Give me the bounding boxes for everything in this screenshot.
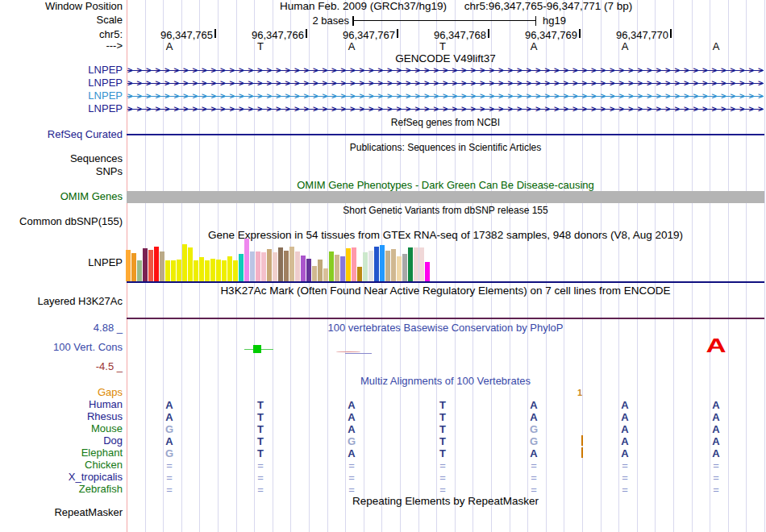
gtex-expression-bar[interactable] xyxy=(250,251,255,281)
gtex-expression-bar[interactable] xyxy=(199,257,204,281)
track-label-4-88-[interactable]: 4.88 _ xyxy=(0,322,123,334)
track-label-elephant[interactable]: Elephant xyxy=(0,447,123,459)
track-title[interactable]: Repeating Elements by RepeatMasker xyxy=(127,496,764,507)
gtex-expression-bar[interactable] xyxy=(306,259,311,281)
gtex-expression-bar[interactable] xyxy=(278,247,283,281)
gtex-expression-bar[interactable] xyxy=(160,251,164,281)
gene-track-lnpep[interactable]: >>>>>>>>>>>>>>>>>>>>>>>>>>>>>>>>>>>>>>>>… xyxy=(127,91,764,101)
track-label-rhesus[interactable]: Rhesus xyxy=(0,411,123,422)
track-label-lnpep[interactable]: LNPEP xyxy=(0,257,123,268)
track-title[interactable]: Multiz Alignments of 100 Vertebrates xyxy=(127,376,764,387)
track-label-common-dbsnp-155-[interactable]: Common dbSNP(155) xyxy=(0,216,123,227)
gtex-expression-bar[interactable] xyxy=(273,252,277,281)
gtex-expression-bar[interactable] xyxy=(346,248,351,281)
track-label-lnpep[interactable]: LNPEP xyxy=(0,77,123,89)
gene-track-lnpep[interactable]: >>>>>>>>>>>>>>>>>>>>>>>>>>>>>>>>>>>>>>>>… xyxy=(127,104,764,114)
gtex-expression-bar[interactable] xyxy=(261,252,266,281)
track-label-refseq-curated[interactable]: RefSeq Curated xyxy=(0,129,123,140)
gtex-expression-bar[interactable] xyxy=(210,259,215,281)
gtex-expression-bar[interactable] xyxy=(391,249,396,281)
track-label-lnpep[interactable]: LNPEP xyxy=(0,64,123,76)
gtex-expression-bar[interactable] xyxy=(352,247,356,281)
gtex-expression-bar[interactable] xyxy=(312,266,317,281)
gtex-expression-bar[interactable] xyxy=(171,260,176,281)
track-label-mouse[interactable]: Mouse xyxy=(0,423,123,434)
gtex-expression-bar[interactable] xyxy=(137,260,142,281)
track-label-window-position[interactable]: Window Position xyxy=(0,1,123,12)
gtex-expression-bar[interactable] xyxy=(126,250,131,281)
gtex-expression-bar[interactable] xyxy=(267,249,272,281)
gtex-expression-bar[interactable] xyxy=(165,260,170,281)
track-label-lnpep[interactable]: LNPEP xyxy=(0,103,123,114)
track-label-x-tropicalis[interactable]: X_tropicalis xyxy=(0,472,123,483)
phylop-positive-block[interactable] xyxy=(253,345,261,353)
refseq-curated-gene-line[interactable] xyxy=(127,134,764,135)
gtex-expression-bar[interactable] xyxy=(188,247,193,281)
track-label-100-vert-cons[interactable]: 100 Vert. Cons xyxy=(0,342,123,353)
track-title[interactable]: Short Genetic Variants from dbSNP releas… xyxy=(127,205,764,216)
gtex-expression-bar[interactable] xyxy=(374,247,379,281)
gtex-expression-bar[interactable] xyxy=(205,260,210,281)
gtex-expression-bar[interactable] xyxy=(363,252,368,281)
track-title[interactable]: GENCODE V49lift37 xyxy=(127,53,764,64)
track-label-layered-h3k27ac[interactable]: Layered H3K27Ac xyxy=(0,296,123,307)
track-label-lnpep[interactable]: LNPEP xyxy=(0,90,123,102)
track-title[interactable]: OMIM Gene Phenotypes - Dark Green Can Be… xyxy=(127,180,764,191)
h3k27ac-baseline[interactable] xyxy=(127,318,764,319)
phylop-negative-base-a[interactable]: A xyxy=(687,336,746,355)
gtex-expression-bar[interactable] xyxy=(227,256,232,281)
gtex-expression-bar[interactable] xyxy=(239,254,244,281)
gtex-expression-bar[interactable] xyxy=(256,251,260,281)
gene-track-lnpep[interactable]: >>>>>>>>>>>>>>>>>>>>>>>>>>>>>>>>>>>>>>>>… xyxy=(127,65,764,75)
track-label--4-5-[interactable]: -4.5 _ xyxy=(0,361,123,372)
gtex-expression-bar[interactable] xyxy=(233,260,238,281)
gtex-expression-bar[interactable] xyxy=(357,267,362,281)
track-label-dog[interactable]: Dog xyxy=(0,435,123,447)
gtex-expression-bar[interactable] xyxy=(425,262,430,281)
gtex-expression-bar[interactable] xyxy=(148,250,153,281)
gtex-expression-bar[interactable] xyxy=(244,239,249,281)
gtex-expression-bar[interactable] xyxy=(295,251,300,281)
gene-track-lnpep[interactable]: >>>>>>>>>>>>>>>>>>>>>>>>>>>>>>>>>>>>>>>>… xyxy=(127,78,764,88)
track-label-gaps[interactable]: Gaps xyxy=(0,387,123,398)
gtex-expression-bar[interactable] xyxy=(182,244,187,281)
track-title[interactable]: Gene Expression in 54 tissues from GTEx … xyxy=(127,230,764,241)
gtex-expression-bar[interactable] xyxy=(414,247,418,281)
gtex-expression-bar[interactable] xyxy=(194,260,198,281)
gtex-expression-bar[interactable] xyxy=(177,260,181,281)
gtex-expression-bar[interactable] xyxy=(329,251,334,281)
gtex-expression-bar[interactable] xyxy=(408,247,413,281)
gtex-expression-bar[interactable] xyxy=(222,260,227,281)
gtex-expression-bar[interactable] xyxy=(301,256,306,281)
gtex-expression-bar[interactable] xyxy=(131,253,136,281)
track-label-scale[interactable]: Scale xyxy=(0,15,123,26)
gtex-expression-bar[interactable] xyxy=(385,251,390,281)
track-title[interactable]: RefSeq genes from NCBI xyxy=(127,117,764,128)
track-label-repeatmasker[interactable]: RepeatMasker xyxy=(0,507,123,518)
track-label-snps[interactable]: SNPs xyxy=(0,166,123,177)
gtex-expression-bar[interactable] xyxy=(323,268,328,281)
track-title[interactable]: H3K27Ac Mark (Often Found Near Active Re… xyxy=(127,285,764,297)
gtex-expression-bar[interactable] xyxy=(402,254,407,281)
track-title[interactable]: Publications: Sequences in Scientific Ar… xyxy=(127,142,764,153)
gtex-expression-bar[interactable] xyxy=(380,245,385,281)
gtex-expression-bar[interactable] xyxy=(143,248,148,281)
track-label-sequences[interactable]: Sequences xyxy=(0,153,123,164)
track-label-chr5-[interactable]: chr5: xyxy=(0,29,123,40)
gtex-expression-bar[interactable] xyxy=(368,251,373,281)
track-title[interactable]: 100 vertebrates Basewise Conservation by… xyxy=(127,322,764,334)
gtex-expression-bar[interactable] xyxy=(216,260,221,281)
gtex-expression-bar[interactable] xyxy=(335,255,339,281)
gtex-expression-bar[interactable] xyxy=(318,260,323,281)
track-label-zebrafish[interactable]: Zebrafish xyxy=(0,484,123,495)
phylop-wiggle-blue[interactable] xyxy=(345,353,372,355)
track-label-human[interactable]: Human xyxy=(0,399,123,410)
gtex-expression-bar[interactable] xyxy=(419,247,424,281)
gtex-expression-bar[interactable] xyxy=(154,247,159,281)
gtex-expression-bar[interactable] xyxy=(284,251,289,281)
gtex-expression-bar[interactable] xyxy=(397,256,402,281)
gtex-expression-bar[interactable] xyxy=(289,247,294,281)
track-label-omim-genes[interactable]: OMIM Genes xyxy=(0,191,123,202)
track-label-chicken[interactable]: Chicken xyxy=(0,459,123,471)
track-label--[interactable]: ---> xyxy=(0,40,123,52)
